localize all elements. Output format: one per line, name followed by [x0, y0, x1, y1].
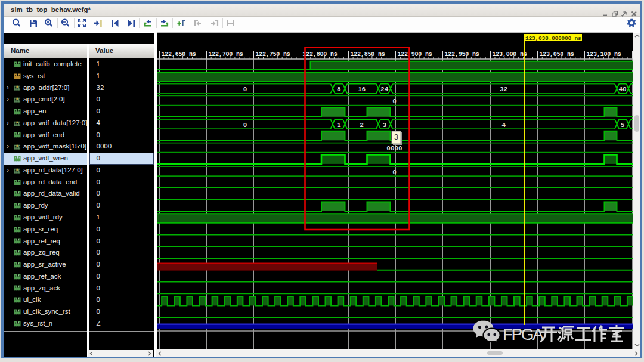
svg-text:2: 2: [360, 122, 364, 129]
svg-text:4: 4: [501, 122, 506, 129]
svg-text:122,800 ns: 122,800 ns: [303, 51, 338, 58]
svg-text:122,650 ns: 122,650 ns: [162, 51, 196, 58]
svg-text:123,000 ns: 123,000 ns: [493, 51, 527, 58]
svg-text:FPGA: FPGA: [503, 325, 544, 344]
svg-text:0: 0: [392, 98, 397, 105]
svg-text:122,700 ns: 122,700 ns: [209, 51, 243, 58]
svg-text:122,950 ns: 122,950 ns: [445, 51, 479, 58]
svg-text:122,900 ns: 122,900 ns: [398, 51, 432, 58]
svg-text:0: 0: [243, 86, 247, 93]
svg-text:0: 0: [243, 122, 247, 129]
svg-text:123,050 ns: 123,050 ns: [540, 51, 574, 58]
svg-text:5: 5: [621, 122, 625, 129]
svg-text:24: 24: [380, 86, 389, 93]
svg-text:8: 8: [337, 86, 341, 93]
svg-text:0000: 0000: [386, 145, 402, 152]
svg-text:122,750 ns: 122,750 ns: [256, 51, 290, 58]
svg-text:122,850 ns: 122,850 ns: [351, 51, 385, 58]
svg-text:32: 32: [500, 86, 507, 93]
svg-text:123,038.000000 ns: 123,038.000000 ns: [525, 35, 581, 42]
svg-text:0: 0: [392, 169, 397, 176]
svg-text:40: 40: [618, 86, 626, 93]
svg-text:3: 3: [394, 133, 398, 141]
svg-text:16: 16: [358, 86, 366, 93]
svg-text:1: 1: [337, 122, 341, 129]
svg-text:123,100 ns: 123,100 ns: [587, 51, 621, 58]
svg-text:3: 3: [382, 122, 386, 129]
